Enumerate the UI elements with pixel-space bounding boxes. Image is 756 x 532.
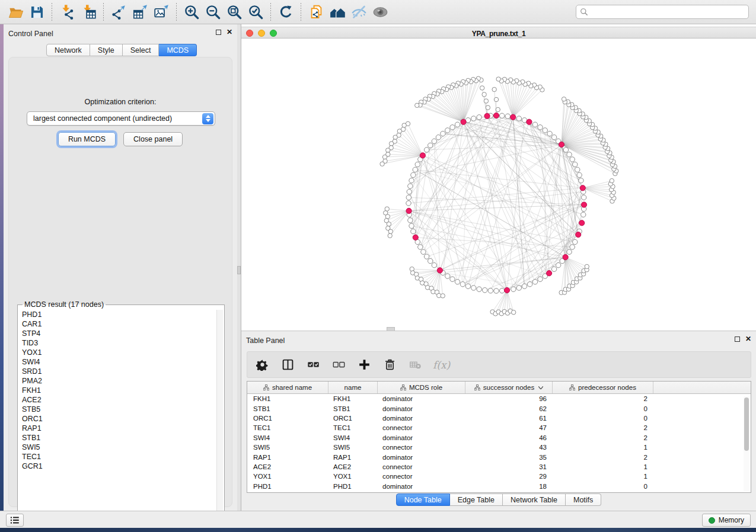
criterion-select[interactable]: largest connected component (undirected) — [27, 111, 215, 126]
export-image-button[interactable] — [151, 2, 172, 22]
cell-MCDS-role: connector — [378, 473, 465, 480]
network-list-button[interactable] — [6, 514, 24, 527]
table-row-SWI5[interactable]: SWI5SWI5connector431 — [247, 443, 751, 452]
show-all-button[interactable] — [369, 2, 391, 22]
run-mcds-button[interactable]: Run MCDS — [58, 132, 116, 146]
network-window-titlebar[interactable]: YPA_prune.txt_1 — [241, 27, 756, 39]
function-builder-label[interactable]: f(x) — [433, 359, 450, 371]
import-network-icon — [59, 4, 75, 20]
table-row-SWI4[interactable]: SWI4SWI4dominator462 — [247, 433, 751, 443]
cell-shared-name: FKH1 — [247, 395, 328, 402]
cell-successor-nodes: 31 — [465, 463, 553, 470]
open-file-button[interactable] — [5, 2, 26, 22]
import-table-button[interactable] — [78, 2, 99, 22]
cell-name: FKH1 — [328, 395, 378, 402]
mcds-result-item: YOX1 — [18, 348, 213, 357]
table-row-ACE2[interactable]: ACE2ACE2connector311 — [247, 462, 751, 472]
zoom-fit-icon — [227, 4, 243, 20]
table-row-ORC1[interactable]: ORC1ORC1dominator610 — [247, 414, 751, 423]
close-panel-icon[interactable]: ✕ — [227, 30, 232, 35]
cell-successor-nodes: 18 — [465, 483, 553, 490]
mcds-result-item: SRD1 — [18, 367, 213, 376]
cell-successor-nodes: 29 — [465, 473, 553, 480]
tab-motifs[interactable]: Motifs — [566, 493, 601, 506]
memory-label: Memory — [719, 516, 744, 524]
tab-mcds[interactable]: MCDS — [159, 44, 197, 56]
table-settings-button[interactable] — [254, 357, 270, 373]
table-row-YOX1[interactable]: YOX1YOX1connector291 — [247, 472, 751, 481]
column-header-filler — [653, 382, 750, 393]
select-all-rows-button[interactable] — [305, 357, 321, 373]
tab-edge-table[interactable]: Edge Table — [450, 493, 503, 506]
memory-button[interactable]: Memory — [702, 514, 751, 527]
float-panel-icon[interactable] — [735, 336, 740, 342]
mcds-result-item: GCR1 — [18, 462, 213, 471]
cell-name: ORC1 — [328, 415, 378, 422]
zoom-selected-button[interactable] — [245, 2, 266, 22]
import-network-button[interactable] — [56, 2, 78, 22]
cell-name: RAP1 — [328, 454, 378, 461]
checked-boxes-icon — [307, 358, 320, 371]
table-scrollbar[interactable] — [744, 396, 749, 491]
first-neighbors-button[interactable] — [327, 2, 348, 22]
column-header-predecessor-nodes[interactable]: predecessor nodes — [553, 382, 653, 393]
save-session-button[interactable] — [26, 2, 47, 22]
deselect-all-rows-button[interactable] — [331, 357, 346, 373]
zoom-fit-button[interactable] — [224, 2, 245, 22]
tab-network[interactable]: Network — [46, 44, 90, 56]
zoom-selected-icon — [248, 4, 264, 20]
delete-table-button[interactable] — [407, 357, 423, 373]
table-row-FKH1[interactable]: FKH1FKH1dominator962 — [247, 394, 751, 403]
mcds-tab-content: Optimization criterion: largest connecte… — [8, 57, 232, 507]
tab-style[interactable]: Style — [90, 44, 123, 56]
mcds-result-item: ORC1 — [18, 414, 213, 424]
cell-predecessor-nodes: 0 — [553, 405, 653, 412]
zoom-in-button[interactable] — [181, 2, 202, 22]
table-scrollbar-thumb[interactable] — [744, 398, 749, 451]
delete-column-button[interactable] — [382, 357, 397, 373]
column-header-MCDS-role[interactable]: MCDS role — [378, 382, 465, 393]
cell-predecessor-nodes: 2 — [553, 454, 653, 461]
table-row-PHD1[interactable]: PHD1PHD1dominator180 — [247, 482, 751, 491]
refresh-layout-button[interactable] — [275, 2, 296, 22]
mcds-result-item: RAP1 — [18, 424, 213, 433]
float-panel-icon[interactable] — [216, 30, 221, 35]
mcds-result-item: STB5 — [18, 405, 213, 414]
cell-successor-nodes: 46 — [465, 434, 553, 441]
cell-shared-name: TEC1 — [247, 424, 328, 431]
zoom-out-button[interactable] — [202, 2, 224, 22]
hide-selected-button[interactable] — [348, 2, 369, 22]
table-row-TEC1[interactable]: TEC1TEC1connector472 — [247, 423, 751, 432]
create-column-button[interactable] — [356, 357, 372, 373]
cell-MCDS-role: connector — [378, 444, 465, 451]
network-graph-canvas[interactable] — [241, 39, 756, 331]
unchecked-boxes-icon — [333, 358, 345, 371]
cell-shared-name: ACE2 — [247, 463, 328, 470]
column-header-name[interactable]: name — [328, 382, 378, 393]
tab-node-table[interactable]: Node Table — [396, 493, 450, 506]
export-network-button[interactable] — [108, 2, 129, 22]
export-table-button[interactable] — [129, 2, 151, 22]
refresh-icon — [278, 4, 294, 20]
show-column-panel-button[interactable] — [280, 357, 295, 373]
clone-network-button[interactable] — [305, 2, 327, 22]
cell-successor-nodes: 61 — [465, 415, 553, 422]
close-panel-icon[interactable]: ✕ — [745, 336, 751, 342]
cell-MCDS-role: dominator — [378, 415, 465, 422]
mcds-result-item: FKH1 — [18, 386, 213, 395]
cell-MCDS-role: dominator — [378, 483, 465, 490]
tab-select[interactable]: Select — [123, 44, 160, 56]
toolbar-separator — [52, 3, 52, 21]
table-row-STB1[interactable]: STB1STB1dominator620 — [247, 403, 751, 413]
control-panel-tabs: NetworkStyleSelectMCDS — [46, 44, 197, 56]
column-header-successor-nodes[interactable]: successor nodes — [465, 382, 553, 393]
list-scrollbar[interactable] — [216, 310, 223, 519]
table-row-RAP1[interactable]: RAP1RAP1dominator352 — [247, 452, 751, 462]
main-toolbar — [0, 0, 756, 24]
column-header-shared-name[interactable]: shared name — [247, 382, 328, 393]
search-input[interactable] — [591, 8, 745, 16]
cell-shared-name: SWI4 — [247, 434, 328, 441]
close-panel-button[interactable]: Close panel — [123, 132, 183, 146]
tab-network-table[interactable]: Network Table — [503, 493, 566, 506]
mcds-result-title: MCDS result (17 nodes) — [23, 300, 106, 309]
